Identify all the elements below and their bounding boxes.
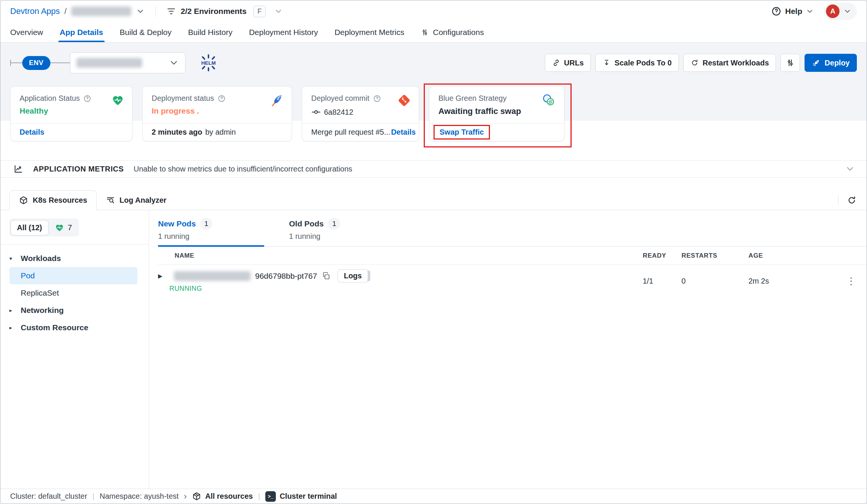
column-age: AGE	[748, 252, 839, 260]
cluster-terminal-link[interactable]: >_ Cluster terminal	[265, 491, 337, 502]
shortcut-keycap: F	[253, 6, 266, 17]
git-icon	[397, 93, 411, 108]
commit-details-link[interactable]: Details	[391, 128, 416, 137]
old-pods-running-label: 1 running	[289, 232, 395, 241]
tree-node-workloads[interactable]: ▾ Workloads	[9, 250, 143, 267]
scale-down-arrow-icon	[602, 59, 611, 67]
row-menu-button[interactable]: ⋮	[839, 275, 867, 287]
tab-k8s-resources[interactable]: K8s Resources	[9, 190, 97, 210]
metrics-expand-chevron[interactable]	[845, 164, 855, 174]
env-wire	[11, 62, 22, 63]
rocket-icon	[812, 58, 821, 67]
cluster-label: Cluster: default_cluster	[10, 492, 87, 501]
tab-build-deploy[interactable]: Build & Deploy	[120, 22, 172, 42]
package-icon	[192, 492, 201, 501]
env-badge: ENV	[22, 56, 50, 70]
statusbar-divider: |	[258, 492, 260, 501]
chevron-down-icon	[845, 164, 855, 174]
environments-chevron[interactable]	[274, 7, 283, 16]
environments-count-label: 2/2 Environments	[181, 7, 246, 16]
deploy-button[interactable]: Deploy	[805, 54, 857, 72]
app-switcher-chevron[interactable]	[136, 7, 145, 16]
commit-hash: 6a82412	[324, 108, 353, 117]
restart-workloads-button[interactable]: Restart Workloads	[683, 54, 776, 72]
help-menu[interactable]: Help	[771, 6, 814, 17]
help-circle-icon	[218, 94, 226, 103]
tab-overview[interactable]: Overview	[10, 22, 43, 42]
namespace-label: Namespace: ayush-test	[100, 492, 179, 501]
pod-generation-tabs: New Pods 1 1 running Old Pods 1 1 runnin…	[158, 218, 867, 247]
tab-deployment-metrics[interactable]: Deployment Metrics	[335, 22, 405, 42]
strip-right-controls	[838, 190, 857, 210]
breadcrumb: Devtron Apps / 2/2 Environments F	[10, 6, 283, 17]
pod-restarts-value: 0	[681, 277, 748, 285]
env-wire	[50, 62, 70, 63]
tree-item-pod[interactable]: Pod	[9, 267, 137, 284]
deployment-settings-button[interactable]	[780, 54, 800, 72]
help-circle-icon	[83, 94, 91, 103]
deployment-time: 2 minutes ago	[152, 128, 202, 137]
cluster-status-bar: Cluster: default_cluster | Namespace: ay…	[0, 489, 867, 504]
blue-green-title: Blue Green Strategy	[438, 94, 507, 103]
chevron-down-icon	[843, 7, 852, 15]
user-menu[interactable]: A	[824, 3, 857, 20]
caret-right-icon: ▸	[9, 325, 21, 331]
help-label: Help	[785, 7, 802, 16]
environment-dropdown[interactable]	[70, 52, 186, 73]
tab-old-pods[interactable]: Old Pods 1 1 running	[289, 218, 395, 246]
restart-icon	[691, 59, 699, 67]
resource-sidebar: All (12) 7 ▾ Workloads Pod ReplicaSet	[0, 210, 149, 489]
k8s-resources-content: All (12) 7 ▾ Workloads Pod ReplicaSet	[0, 210, 867, 489]
pod-name: 96d6798bb-pt767	[255, 272, 317, 281]
tab-new-pods[interactable]: New Pods 1 1 running	[158, 218, 264, 247]
scale-pods-button[interactable]: Scale Pods To 0	[595, 54, 679, 72]
deployment-author: by admin	[205, 128, 236, 137]
deployed-commit-card: Deployed commit 6a82412 Merge pull reque…	[302, 86, 419, 141]
tab-app-details[interactable]: App Details	[60, 22, 103, 42]
caret-right-icon: ▸	[9, 307, 21, 313]
column-name: NAME	[158, 252, 643, 260]
log-search-icon	[106, 196, 115, 205]
refresh-button[interactable]	[847, 195, 857, 205]
header-divider	[155, 6, 156, 17]
helm-logo-icon: HELM	[199, 53, 218, 72]
tab-deployment-history[interactable]: Deployment History	[249, 22, 318, 42]
all-resources-link[interactable]: All resources	[192, 492, 253, 501]
pod-table-header: NAME READY RESTARTS AGE	[158, 247, 867, 265]
urls-button[interactable]: URLs	[545, 54, 591, 72]
metrics-message: Unable to show metrics due to insufficie…	[134, 165, 352, 173]
column-ready: READY	[643, 252, 681, 260]
swap-traffic-link[interactable]: Swap Traffic	[440, 128, 484, 136]
row-expand-caret[interactable]: ▶	[158, 273, 169, 279]
copy-button[interactable]	[322, 272, 331, 281]
filter-healthy-chip[interactable]: 7	[49, 220, 78, 235]
tab-log-analyzer[interactable]: Log Analyzer	[97, 190, 176, 210]
chevron-right-icon: ›	[184, 492, 187, 501]
logs-button[interactable]: Logs	[338, 269, 368, 282]
application-status-details-link[interactable]: Details	[20, 128, 44, 137]
cube-icon	[19, 196, 28, 205]
sidebar-divider	[0, 244, 149, 244]
pod-table-row: ▶ 96d6798bb-pt767 Logs RUNNING 1/1 0 2m …	[158, 265, 867, 297]
tree-item-replicaset[interactable]: ReplicaSet	[9, 284, 137, 302]
breadcrumb-devtron-apps-link[interactable]: Devtron Apps	[10, 6, 60, 16]
breadcrumb-separator: /	[64, 6, 67, 16]
heart-pulse-icon	[55, 223, 64, 232]
new-pods-running-label: 1 running	[158, 232, 264, 241]
svg-text:HELM: HELM	[201, 60, 215, 66]
tree-node-networking[interactable]: ▸ Networking	[9, 302, 143, 319]
deployed-commit-title: Deployed commit	[311, 94, 370, 103]
line-chart-icon	[13, 164, 23, 174]
pods-panel: New Pods 1 1 running Old Pods 1 1 runnin…	[149, 210, 867, 489]
chevron-down-icon	[806, 7, 814, 15]
environment-section: ENV HELM URLs Scale Pods To 0	[0, 43, 867, 160]
blue-green-value: Awaiting traffic swap	[438, 106, 555, 116]
tab-build-history[interactable]: Build History	[188, 22, 233, 42]
help-circle-icon	[373, 94, 381, 103]
chevron-down-icon	[169, 58, 179, 68]
tree-node-custom-resource[interactable]: ▸ Custom Resource	[9, 319, 143, 336]
tab-configurations[interactable]: Configurations	[421, 22, 484, 42]
chevron-down-icon	[274, 7, 283, 16]
commit-icon	[311, 107, 321, 117]
filter-all-chip[interactable]: All (12)	[11, 220, 49, 235]
